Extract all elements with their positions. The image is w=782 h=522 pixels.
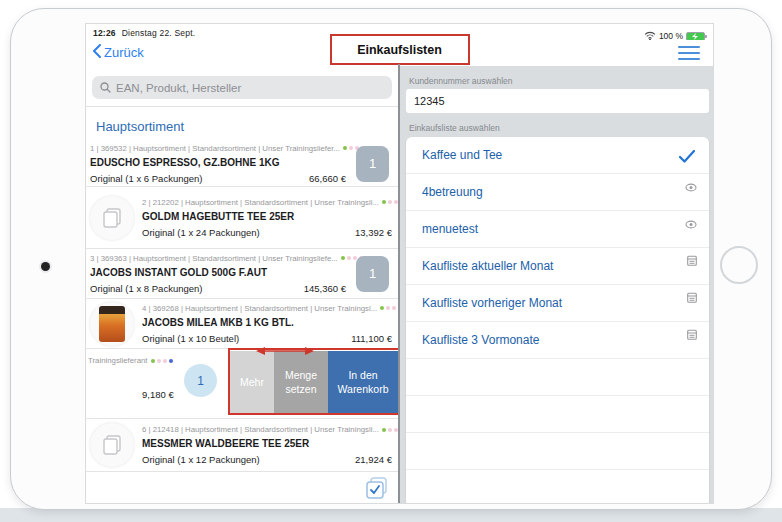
empty-list-row — [406, 433, 709, 470]
product-price: 111,100 € — [351, 333, 392, 344]
set-quantity-button[interactable]: Menge setzen — [274, 351, 328, 414]
product-name: MESSMER WALDBEERE TEE 25ER — [142, 438, 392, 449]
product-meta: Trainingslieferant — [88, 356, 148, 365]
customer-number-label: Kundennummer auswählen — [409, 76, 714, 86]
product-meta: 2 | 212202 | Hauptsortiment | Standardso… — [142, 198, 379, 207]
ipad-frame: 12:26Dienstag 22. Sept. 100 % Zurück Ein… — [10, 8, 772, 510]
more-button[interactable]: Mehr — [230, 351, 274, 414]
product-price: 66,660 € — [309, 173, 346, 184]
title-annotation-box: Einkaufslisten — [330, 34, 470, 65]
shopping-list-item[interactable]: Kaufliste vorheriger Monat — [406, 285, 709, 322]
shopping-list-item[interactable]: Kaufliste aktueller Monat — [406, 248, 709, 285]
product-row[interactable]: 2 | 212202 | Hauptsortiment | Standardso… — [86, 187, 398, 249]
product-price: 9,180 € — [142, 389, 174, 400]
product-price: 13,392 € — [355, 227, 392, 238]
eye-icon — [685, 215, 697, 233]
product-row[interactable]: 3 | 369363 | Hauptsortiment | Standardso… — [86, 249, 398, 299]
swipe-actions: Mehr Menge setzen In den Warenkorb — [230, 351, 398, 414]
camera-dot — [41, 262, 50, 271]
product-row[interactable]: 4 | 369268 | Hauptsortiment | Standardso… — [86, 299, 398, 349]
list-name: Kaufliste aktueller Monat — [406, 259, 553, 273]
empty-list-row — [406, 359, 709, 396]
annotation-swipe-arrow-icon — [256, 342, 314, 352]
app-screen: 12:26Dienstag 22. Sept. 100 % Zurück Ein… — [85, 23, 714, 504]
product-name: GOLDM HAGEBUTTE TEE 25ER — [142, 211, 392, 222]
multi-select-icon[interactable] — [366, 477, 388, 499]
page-background-strip — [0, 508, 782, 522]
product-image-placeholder-icon — [90, 423, 134, 467]
product-meta: 4 | 369268 | Hauptsortiment | Standardso… — [142, 304, 377, 313]
product-name: JACOBS MILEA MKB 1 KG BTL. — [142, 317, 392, 328]
page-title: Einkaufslisten — [357, 43, 442, 57]
shopping-lists-panel: Kundennummer auswählen Einkaufsliste aus… — [400, 66, 714, 504]
quantity-circle-badge: 1 — [184, 364, 217, 397]
product-list-panel: Hauptsortiment 1 | 369532 | Hauptsortime… — [86, 68, 398, 504]
search-input[interactable] — [116, 82, 384, 94]
back-label: Zurück — [104, 45, 144, 60]
product-row-swiped[interactable]: Trainingslieferant 9,180 € 1 Mehr Menge … — [86, 349, 398, 419]
product-price: 21,924 € — [355, 454, 392, 465]
shopping-list-item[interactable]: menuetest — [406, 211, 709, 248]
search-icon — [100, 79, 111, 97]
calendar-icon — [687, 326, 697, 344]
checkmark-icon — [679, 149, 695, 167]
list-name: 4betreuung — [406, 185, 483, 199]
section-title: Hauptsortiment — [86, 107, 398, 141]
clock: 12:26 — [93, 28, 116, 38]
shopping-list-item[interactable]: Kaufliste 3 Vormonate — [406, 322, 709, 359]
shopping-list-card: Kaffee und Tee 4betreuung menuetest Kauf… — [406, 137, 709, 504]
menu-button[interactable] — [678, 46, 700, 60]
search-field[interactable] — [92, 76, 392, 99]
list-name: Kaffee und Tee — [406, 148, 502, 162]
quantity-badge: 1 — [356, 146, 389, 182]
product-pack: Original (1 x 10 Beutel) — [142, 333, 239, 344]
back-button[interactable]: Zurück — [93, 44, 144, 61]
date: Dienstag 22. Sept. — [122, 28, 196, 38]
product-price: 145,360 € — [304, 283, 346, 294]
shopping-list-label: Einkaufsliste auswählen — [409, 123, 714, 133]
product-pack: Original (1 x 24 Packungen) — [142, 227, 260, 238]
empty-list-row — [406, 470, 709, 504]
list-name: menuetest — [406, 222, 478, 236]
add-to-cart-button[interactable]: In den Warenkorb — [328, 351, 398, 414]
chevron-left-icon — [93, 44, 101, 61]
product-pack: Original (1 x 6 Packungen) — [90, 173, 202, 184]
list-name: Kaufliste vorheriger Monat — [406, 296, 562, 310]
calendar-icon — [687, 289, 697, 307]
product-meta: 6 | 212418 | Hauptsortiment | Standardso… — [142, 425, 379, 434]
list-name: Kaufliste 3 Vormonate — [406, 333, 539, 347]
product-meta: 1 | 369532 | Hauptsortiment | Standardso… — [90, 144, 340, 153]
product-name: JACOBS INSTANT GOLD 500G F.AUT — [90, 267, 346, 278]
customer-number-input[interactable] — [406, 89, 709, 113]
product-row[interactable]: 1 | 369532 | Hauptsortiment | Standardso… — [86, 141, 398, 187]
product-photo — [90, 302, 134, 346]
empty-list-row — [406, 396, 709, 433]
calendar-icon — [687, 252, 697, 270]
availability-dots-icon — [151, 359, 173, 363]
product-pack: Original (1 x 8 Packungen) — [90, 283, 202, 294]
eye-icon — [685, 178, 697, 196]
shopping-list-item[interactable]: 4betreuung — [406, 174, 709, 211]
product-name: EDUSCHO ESPRESSO, GZ.BOHNE 1KG — [90, 157, 346, 168]
product-image-placeholder-icon — [90, 196, 134, 240]
product-meta: 3 | 369363 | Hauptsortiment | Standardso… — [90, 254, 338, 263]
product-row[interactable]: 6 | 212418 | Hauptsortiment | Standardso… — [86, 419, 398, 472]
shopping-list-item[interactable]: Kaffee und Tee — [406, 137, 709, 174]
home-button[interactable] — [720, 246, 758, 284]
product-pack: Original (1 x 12 Packungen) — [142, 454, 260, 465]
quantity-badge: 1 — [356, 256, 389, 292]
